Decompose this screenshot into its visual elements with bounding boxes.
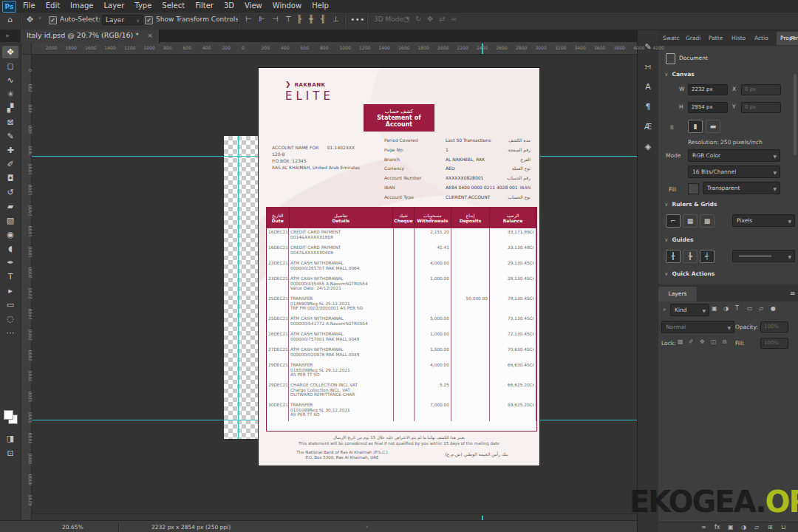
adjustment-layer-icon[interactable]: ◑ — [741, 524, 746, 531]
toolbar-collapse-icon[interactable]: » — [5, 32, 10, 39]
guides-section-header[interactable]: ∨Guides — [664, 236, 694, 243]
filter-adjustment-layers-icon[interactable]: ◑ — [723, 305, 729, 312]
fill-dropdown[interactable]: Transparent▼ — [703, 182, 780, 194]
transparent-canvas-area[interactable] — [224, 136, 259, 439]
menu-select[interactable]: Select — [157, 0, 190, 10]
filter-smart-objects-icon[interactable]: ▱ — [759, 305, 763, 312]
distribute-center-icon[interactable]: ╫ — [309, 15, 313, 23]
character-panel-icon[interactable]: A — [641, 80, 655, 95]
properties-scrollbar[interactable] — [794, 74, 797, 155]
align-left-edges-icon[interactable]: ⊢ — [245, 15, 252, 23]
clear-guides-icon[interactable]: ┽ — [700, 250, 715, 263]
landscape-orientation-icon[interactable]: ▬ — [706, 120, 720, 133]
quick-selection-tool-icon[interactable]: ✳ — [2, 88, 18, 100]
move-tool-preset-icon[interactable]: ✥ — [27, 15, 33, 24]
pixel-grid-toggle-icon[interactable]: ▩ — [700, 214, 715, 228]
gradient-tool-icon[interactable]: ▧ — [2, 214, 18, 227]
brush-tool-icon[interactable]: ✐ — [2, 158, 18, 171]
zoom-level[interactable]: 20.65% — [62, 524, 83, 531]
marquee-tool-icon[interactable]: ◻ — [2, 60, 18, 72]
path-select-tool-icon[interactable]: ▸ — [2, 284, 18, 297]
layer-effects-icon[interactable]: fx — [715, 524, 720, 531]
tab-histo[interactable]: Histo — [732, 35, 746, 41]
lock-all-icon[interactable]: ⋒ — [722, 338, 727, 345]
home-icon[interactable]: ⌂ — [7, 15, 13, 24]
filter-pixel-layers-icon[interactable]: ▣ — [712, 305, 717, 312]
glyphs-panel-icon[interactable]: Æ — [641, 120, 655, 134]
history-brush-tool-icon[interactable]: ↺ — [2, 186, 18, 199]
horizontal-ruler[interactable]: 2000180016001400120010008006004002000200… — [21, 42, 637, 55]
tab-layers[interactable]: Layers — [658, 287, 697, 301]
3d-roll-icon[interactable]: ↻ — [415, 15, 421, 23]
move-tool-icon[interactable]: ✥ — [2, 46, 18, 58]
panel-menu-icon[interactable]: ≡ — [790, 34, 796, 41]
align-horizontal-centers-icon[interactable]: ⊩ — [259, 15, 265, 23]
3d-orbit-icon[interactable]: ◔ — [403, 15, 410, 23]
zoom-tool-icon[interactable]: ◌ — [2, 313, 18, 325]
tab-swatc[interactable]: Swatc — [663, 35, 680, 41]
blur-tool-icon[interactable]: ◉ — [2, 228, 18, 241]
eyedropper-tool-icon[interactable]: ✎ — [2, 130, 18, 143]
ruler-toggle-icon[interactable]: ⌐ — [666, 214, 681, 228]
menu-3d[interactable]: 3D — [219, 0, 239, 10]
layer-mask-icon[interactable]: ▣ — [728, 524, 734, 531]
ruler-units-dropdown[interactable]: Pixels▼ — [732, 214, 795, 227]
canvas-section-header[interactable]: ∨Canvas — [664, 71, 695, 78]
distribute-right-icon[interactable]: ╢ — [321, 15, 325, 23]
foreground-color-swatch[interactable] — [4, 410, 13, 420]
link-layers-icon[interactable]: ∞ — [701, 524, 706, 531]
more-tools-icon[interactable]: ⋯ — [2, 327, 18, 339]
delete-layer-icon[interactable]: ⊔ — [781, 524, 785, 531]
close-tab-icon[interactable]: × — [147, 31, 153, 39]
lock-artboard-icon[interactable]: ◫ — [711, 338, 717, 345]
menu-type[interactable]: Type — [129, 0, 157, 10]
tab-patte[interactable]: Patte — [709, 35, 723, 41]
filter-toggle-icon[interactable]: ● — [771, 305, 776, 312]
guide-style-dropdown[interactable]: ▼ — [732, 250, 795, 262]
distribute-vertical-icon[interactable]: ⊥ — [332, 15, 339, 23]
fill-swatch[interactable] — [688, 183, 699, 194]
menu-view[interactable]: View — [239, 0, 267, 10]
statement-document-page[interactable]: ❯ RAKBANK ELITE كشف حساب Statement of Ac… — [259, 68, 539, 466]
3d-pan-icon[interactable]: ✥ — [427, 15, 433, 23]
lock-pixels-icon[interactable]: ✐ — [689, 338, 694, 345]
dodge-tool-icon[interactable]: ◖ — [2, 242, 18, 255]
shape-tool-icon[interactable]: ▭ — [2, 299, 18, 311]
lasso-tool-icon[interactable]: ∿ — [2, 74, 18, 86]
3d-camera-icon[interactable]: ≍ — [451, 15, 457, 23]
show-transform-controls-checkbox[interactable]: ✓Show Transform Controls — [145, 16, 239, 24]
width-input[interactable]: 2232 px — [688, 84, 728, 95]
quick-mask-icon[interactable]: ◨ — [2, 432, 18, 445]
layer-filter-kind-dropdown[interactable]: Kind▼ — [670, 304, 709, 316]
healing-brush-tool-icon[interactable]: ✚ — [2, 144, 18, 157]
distribute-left-icon[interactable]: ╟ — [297, 15, 301, 23]
paragraph-panel-icon[interactable]: ¶ — [641, 100, 655, 115]
frame-tool-icon[interactable]: ⊠ — [2, 116, 18, 129]
align-right-edges-icon[interactable]: ⊣ — [272, 15, 279, 23]
menu-file[interactable]: File — [18, 0, 41, 10]
screen-mode-icon[interactable]: ⊡ — [2, 447, 18, 460]
menu-filter[interactable]: Filter — [190, 0, 219, 10]
chevron-down-icon[interactable]: ∨ — [38, 15, 41, 20]
guides-toggle-icon[interactable]: ╂ — [666, 250, 681, 263]
rulers-grids-section-header[interactable]: ∨Rulers & Grids — [664, 201, 717, 208]
lock-transparency-icon[interactable]: ▩ — [678, 338, 683, 345]
auto-select-target-dropdown[interactable]: Layer ∨ — [102, 15, 143, 25]
quick-actions-section-header[interactable]: ∨Quick Actions — [664, 270, 715, 277]
more-options-icon[interactable]: ••• — [350, 15, 364, 24]
3d-slide-icon[interactable]: ⇄ — [439, 15, 445, 23]
auto-select-checkbox[interactable]: ✓Auto-Select: — [49, 16, 100, 24]
filter-shape-layers-icon[interactable]: ▭ — [747, 305, 753, 312]
crop-tool-icon[interactable]: ▞ — [2, 102, 18, 115]
menu-edit[interactable]: Edit — [41, 0, 65, 10]
filter-type-layers-icon[interactable]: T — [735, 305, 739, 312]
tab-gradi[interactable]: Gradi — [686, 35, 700, 41]
lock-position-icon[interactable]: ✥ — [700, 338, 705, 345]
menu-image[interactable]: Image — [65, 0, 98, 10]
height-input[interactable]: 2854 px — [688, 102, 728, 113]
clone-stamp-tool-icon[interactable]: ◘ — [2, 172, 18, 185]
tab-actio[interactable]: Actio — [754, 35, 768, 41]
portrait-orientation-icon[interactable]: ▮ — [688, 120, 703, 133]
bit-depth-dropdown[interactable]: 16 Bits/Channel▼ — [688, 166, 780, 178]
eraser-tool-icon[interactable]: ▰ — [2, 200, 18, 213]
